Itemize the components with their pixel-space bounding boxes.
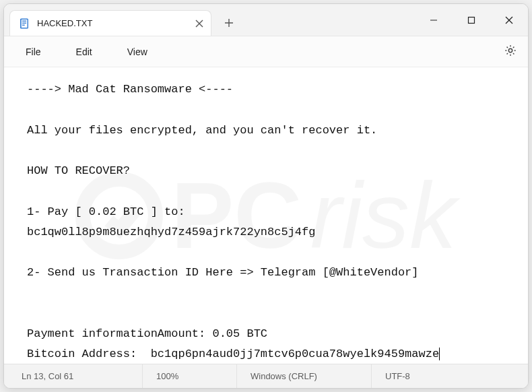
notepad-icon [18,18,30,30]
status-encoding[interactable]: UTF-8 [372,364,453,388]
status-line-ending[interactable]: Windows (CRLF) [237,364,372,388]
new-tab-button[interactable] [215,10,242,36]
svg-rect-4 [20,19,22,28]
svg-point-13 [508,48,512,52]
text-line: ----> Mad Cat Ransomware <---- [27,83,233,96]
menubar: File Edit View [4,36,528,67]
maximize-button[interactable] [453,4,490,36]
minimize-button[interactable] [415,4,453,36]
menu-view[interactable]: View [118,41,157,63]
status-zoom[interactable]: 100% [143,364,237,388]
statusbar: Ln 13, Col 61 100% Windows (CRLF) UTF-8 [4,364,528,388]
window-controls [415,4,528,36]
text-line: 2- Send us Transaction ID Here => Telegr… [27,266,419,279]
text-line: bc1qw0ll8p9m8uezhqhyd7z459ajrk722yn8c5j4… [27,226,315,238]
titlebar: HACKED.TXT [4,4,528,36]
notepad-window: HACKED.TXT [3,3,529,389]
text-line: HOW TO RECOVER? [27,164,130,177]
svg-rect-10 [469,17,475,23]
text-caret [439,348,440,360]
text-line: 1- Pay [ 0.02 BTC ] to: [27,205,185,218]
menu-edit[interactable]: Edit [67,41,102,63]
text-line: All your files encrypted, and you can't … [27,124,377,137]
status-position[interactable]: Ln 13, Col 61 [8,364,143,388]
tab-title: HACKED.TXT [37,18,188,28]
gear-icon [504,44,517,60]
editor-content[interactable]: PC risk ----> Mad Cat Ransomware <---- A… [4,67,528,364]
text-line: Payment informationAmount: 0.05 BTC [27,327,267,340]
tab-hacked-txt[interactable]: HACKED.TXT [9,10,211,36]
tabs-area: HACKED.TXT [4,4,415,36]
close-tab-icon[interactable] [195,19,204,28]
text-line: Bitcoin Address: bc1qp6pn4aud0jj7mtcv6p0… [27,348,439,360]
menu-file[interactable]: File [16,41,51,63]
settings-button[interactable] [498,40,523,64]
text-area[interactable]: ----> Mad Cat Ransomware <---- All your … [4,67,528,364]
close-window-button[interactable] [490,4,528,36]
